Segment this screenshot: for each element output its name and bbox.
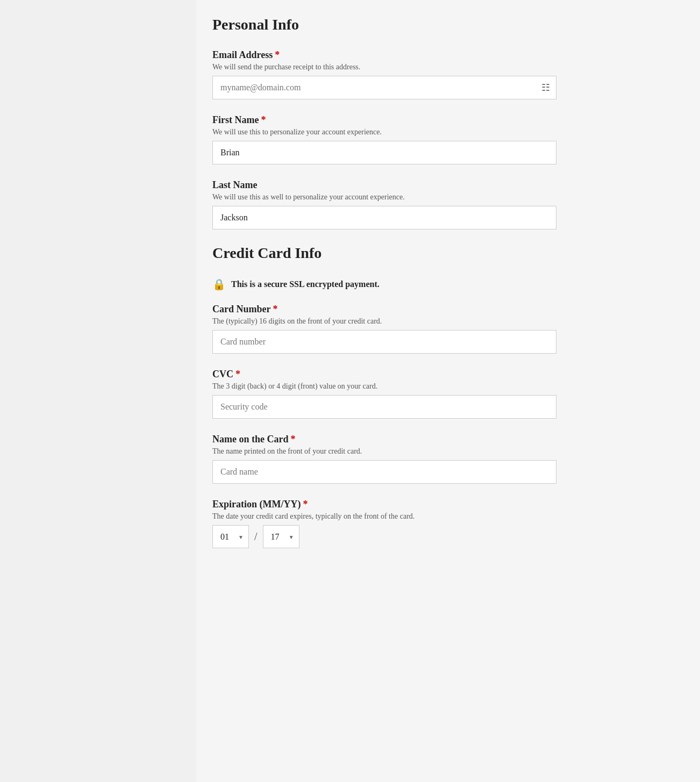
lock-icon: 🔒 <box>212 278 226 291</box>
expiration-description: The date your credit card expires, typic… <box>212 512 668 521</box>
secure-text: This is a secure SSL encrypted payment. <box>231 279 380 289</box>
secure-badge: 🔒 This is a secure SSL encrypted payment… <box>212 278 668 291</box>
credit-card-title: Credit Card Info <box>212 245 668 262</box>
cvc-description: The 3 digit (back) or 4 digit (front) va… <box>212 382 668 391</box>
card-number-required-star: * <box>273 304 278 314</box>
personal-info-section: Personal Info <box>212 16 668 33</box>
email-icon: ☷ <box>541 82 550 94</box>
expiration-label: Expiration (MM/YY)* <box>212 499 668 510</box>
email-field-group: Email Address* We will send the purchase… <box>212 49 668 99</box>
month-select-wrapper: 01 02 03 04 05 06 07 08 09 10 11 12 <box>212 525 249 548</box>
month-select[interactable]: 01 02 03 04 05 06 07 08 09 10 11 12 <box>212 525 249 548</box>
first-name-field-group: First Name* We will use this to personal… <box>212 114 668 164</box>
credit-card-section: Credit Card Info 🔒 This is a secure SSL … <box>212 245 668 548</box>
expiration-field-group: Expiration (MM/YY)* The date your credit… <box>212 499 668 548</box>
email-input[interactable] <box>212 76 556 99</box>
main-content: Personal Info Email Address* We will sen… <box>196 0 700 782</box>
expiration-row: 01 02 03 04 05 06 07 08 09 10 11 12 <box>212 525 668 548</box>
card-name-input[interactable] <box>212 460 556 484</box>
card-number-input[interactable] <box>212 330 556 354</box>
personal-info-title: Personal Info <box>212 16 668 33</box>
year-select[interactable]: 17 18 19 20 21 22 23 24 25 <box>263 525 299 548</box>
email-input-wrapper: ☷ <box>212 76 556 99</box>
email-label: Email Address* <box>212 49 668 61</box>
card-name-required-star: * <box>291 434 296 444</box>
last-name-description: We will use this as well to personalize … <box>212 193 668 202</box>
card-name-field-group: Name on the Card* The name printed on th… <box>212 434 668 484</box>
first-name-required-star: * <box>261 114 266 125</box>
email-required-star: * <box>275 49 280 60</box>
card-name-description: The name printed on the front of your cr… <box>212 447 668 456</box>
card-number-field-group: Card Number* The (typically) 16 digits o… <box>212 304 668 354</box>
cvc-required-star: * <box>235 369 240 379</box>
first-name-input[interactable] <box>212 141 556 164</box>
cvc-field-group: CVC* The 3 digit (back) or 4 digit (fron… <box>212 369 668 419</box>
expiration-slash: / <box>254 530 258 543</box>
cvc-label: CVC* <box>212 369 668 380</box>
card-name-label: Name on the Card* <box>212 434 668 445</box>
last-name-input[interactable] <box>212 206 556 229</box>
card-number-description: The (typically) 16 digits on the front o… <box>212 317 668 326</box>
left-panel <box>0 0 196 782</box>
year-select-wrapper: 17 18 19 20 21 22 23 24 25 <box>263 525 299 548</box>
card-number-label: Card Number* <box>212 304 668 315</box>
last-name-label: Last Name <box>212 180 668 191</box>
expiration-required-star: * <box>303 499 308 510</box>
email-description: We will send the purchase receipt to thi… <box>212 63 668 71</box>
page-wrapper: Personal Info Email Address* We will sen… <box>0 0 700 782</box>
first-name-description: We will use this to personalize your acc… <box>212 128 668 137</box>
first-name-label: First Name* <box>212 114 668 126</box>
last-name-field-group: Last Name We will use this as well to pe… <box>212 180 668 229</box>
cvc-input[interactable] <box>212 395 556 419</box>
